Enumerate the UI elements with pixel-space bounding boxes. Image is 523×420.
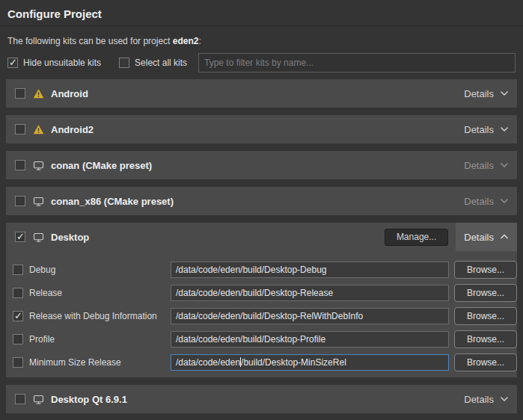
select-all-kits-label[interactable]: Select all kits <box>135 58 187 68</box>
title-divider <box>0 25 523 26</box>
kit-checkbox[interactable] <box>15 394 25 404</box>
chevron-up-icon <box>500 234 509 240</box>
page-title: Configure Project <box>0 0 523 25</box>
desktop-kit-details: Debug /data/code/eden/build/Desktop-Debu… <box>6 251 517 377</box>
kit-row-conan: conan (CMake preset) Details <box>6 151 517 179</box>
select-all-kits-checkbox[interactable] <box>119 58 129 68</box>
details-toggle[interactable]: Details <box>456 223 517 251</box>
project-name: eden2 <box>173 36 199 46</box>
build-dir-input[interactable]: /data/code/eden/build/Desktop-Debug <box>171 262 449 278</box>
kit-name: Android <box>51 88 88 99</box>
kit-name: Desktop <box>51 232 89 243</box>
config-row-release: Release /data/code/eden/build/Desktop-Re… <box>13 285 517 301</box>
kit-checkbox[interactable] <box>15 124 25 135</box>
details-toggle[interactable]: Details <box>456 79 517 108</box>
kit-row-desktop: Desktop Manage... Details <box>6 223 517 251</box>
details-toggle[interactable]: Details <box>456 115 517 143</box>
kit-row-android2: Android2 Details <box>6 115 517 143</box>
config-checkbox[interactable] <box>13 288 23 298</box>
build-dir-input[interactable]: /data/code/eden/build/Desktop-Profile <box>171 331 449 348</box>
browse-button[interactable]: Browse... <box>454 261 517 279</box>
kit-checkbox[interactable] <box>15 88 25 99</box>
build-dir-input-focused[interactable]: /data/code/eden/build/Desktop-MinSizeRel <box>171 354 449 371</box>
subtitle-text: The following kits can be used for proje… <box>7 36 173 46</box>
config-label: Minimum Size Release <box>29 357 171 368</box>
build-dir-input[interactable]: /data/code/eden/build/Desktop-RelWithDeb… <box>171 308 449 324</box>
hide-unsuitable-kits-checkbox[interactable] <box>7 58 18 68</box>
details-toggle[interactable]: Details <box>456 187 517 215</box>
kit-name: Android2 <box>51 124 94 135</box>
kit-group-desktop: Desktop Manage... Details Debug /data/co… <box>6 223 517 377</box>
manage-button[interactable]: Manage... <box>385 229 448 246</box>
config-row-debug: Debug /data/code/eden/build/Desktop-Debu… <box>13 262 517 278</box>
warning-icon <box>33 124 44 135</box>
browse-button[interactable]: Browse... <box>454 284 517 302</box>
desktop-icon <box>33 196 44 207</box>
kit-row-conan-x86: conan_x86 (CMake preset) Details <box>6 187 517 215</box>
config-label: Profile <box>29 334 171 345</box>
desktop-icon <box>33 394 44 405</box>
config-row-relwithdebinfo: Release with Debug Information /data/cod… <box>13 308 517 324</box>
config-checkbox[interactable] <box>13 265 23 275</box>
browse-button[interactable]: Browse... <box>454 353 517 371</box>
chevron-down-icon <box>500 198 509 204</box>
kit-checkbox[interactable] <box>15 160 25 170</box>
browse-button[interactable]: Browse... <box>454 330 517 348</box>
kit-name: Desktop Qt 6.9.1 <box>51 394 127 405</box>
desktop-icon <box>33 160 44 171</box>
kit-name: conan (CMake preset) <box>51 160 152 171</box>
filter-bar: Hide unsuitable kits Select all kits <box>7 53 516 72</box>
config-row-profile: Profile /data/code/eden/build/Desktop-Pr… <box>13 331 517 348</box>
chevron-down-icon <box>500 90 509 96</box>
chevron-down-icon <box>500 126 509 132</box>
subtitle: The following kits can be used for proje… <box>7 36 516 46</box>
kit-row-android: Android Details <box>6 79 517 108</box>
details-toggle[interactable]: Details <box>456 151 517 179</box>
kit-row-desktop-qt: Desktop Qt 6.9.1 Details <box>6 385 517 413</box>
desktop-icon <box>33 232 44 243</box>
kit-checkbox[interactable] <box>15 196 25 206</box>
build-dir-input[interactable]: /data/code/eden/build/Desktop-Release <box>171 285 449 301</box>
chevron-down-icon <box>500 396 509 402</box>
config-label: Release <box>29 288 171 298</box>
config-row-minsizerel: Minimum Size Release /data/code/eden/bui… <box>13 354 517 371</box>
config-checkbox[interactable] <box>13 334 23 345</box>
browse-button[interactable]: Browse... <box>454 307 517 325</box>
config-label: Release with Debug Information <box>29 311 171 321</box>
config-checkbox[interactable] <box>13 357 23 368</box>
config-label: Debug <box>29 265 171 275</box>
chevron-down-icon <box>500 162 509 168</box>
kit-name: conan_x86 (CMake preset) <box>51 196 174 207</box>
warning-icon <box>33 88 44 99</box>
config-checkbox[interactable] <box>13 311 23 321</box>
kit-checkbox[interactable] <box>15 232 25 242</box>
hide-unsuitable-kits-label[interactable]: Hide unsuitable kits <box>23 58 101 68</box>
kit-filter-input[interactable] <box>198 53 516 72</box>
details-toggle[interactable]: Details <box>456 385 517 413</box>
